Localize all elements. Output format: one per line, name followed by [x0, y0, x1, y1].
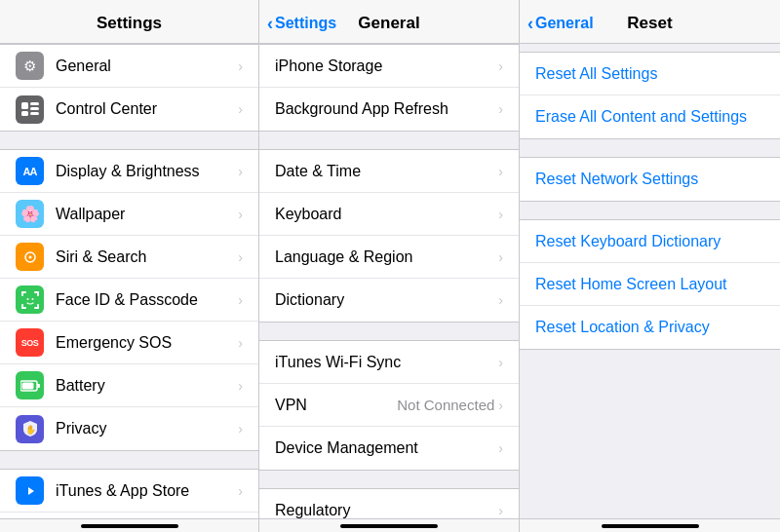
left-section-1: ⚙ General › Control Center ›	[0, 44, 258, 132]
svg-rect-3	[21, 111, 28, 116]
dictionary-chevron: ›	[498, 292, 503, 308]
reset-keyboard-item[interactable]: Reset Keyboard Dictionary	[520, 220, 780, 263]
bg-refresh-label: Background App Refresh	[275, 100, 498, 118]
svg-rect-2	[30, 107, 39, 110]
sidebar-item-wallet[interactable]: Wallet & Apple Pay ›	[0, 513, 258, 518]
left-footer	[0, 518, 258, 532]
control-center-icon	[16, 95, 44, 124]
reset-network-label: Reset Network Settings	[535, 171, 698, 188]
emergency-icon: SOS	[16, 328, 44, 357]
mid-section-2: Date & Time › Keyboard › Language & Regi…	[259, 149, 519, 323]
svg-rect-11	[37, 291, 39, 296]
general-icon: ⚙	[16, 52, 44, 80]
right-back-chevron: ‹	[527, 15, 533, 32]
language-label: Language & Region	[275, 248, 498, 266]
sidebar-item-privacy[interactable]: ✋ Privacy ›	[0, 407, 258, 450]
reset-location-item[interactable]: Reset Location & Privacy	[520, 306, 780, 349]
svg-rect-19	[37, 384, 40, 388]
erase-all-label: Erase All Content and Settings	[535, 108, 747, 126]
mid-footer	[259, 518, 519, 532]
mid-settings-list: iPhone Storage › Background App Refresh …	[259, 44, 519, 518]
mid-back-chevron: ‹	[267, 15, 273, 32]
mid-back-button[interactable]: ‹ Settings	[267, 15, 336, 32]
svg-rect-0	[21, 102, 28, 109]
date-time-label: Date & Time	[275, 163, 498, 180]
sidebar-item-emergency[interactable]: SOS Emergency SOS ›	[0, 322, 258, 364]
itunes-wifi-chevron: ›	[498, 355, 503, 370]
svg-rect-9	[21, 291, 23, 296]
right-section-1: Reset All Settings Erase All Content and…	[520, 52, 780, 139]
mid-column: ‹ Settings General iPhone Storage › Back…	[259, 0, 520, 532]
sidebar-item-control-center[interactable]: Control Center ›	[0, 88, 258, 131]
mid-section-4: Regulatory › Reset ›	[259, 488, 519, 518]
reset-home-item[interactable]: Reset Home Screen Layout	[520, 263, 780, 306]
language-item[interactable]: Language & Region ›	[259, 236, 519, 279]
erase-all-item[interactable]: Erase All Content and Settings	[520, 95, 780, 138]
right-section-2: Reset Network Settings	[520, 157, 780, 202]
display-icon: AA	[16, 157, 44, 185]
keyboard-chevron: ›	[498, 207, 503, 222]
itunes-label: iTunes & App Store	[56, 482, 238, 500]
device-mgmt-item[interactable]: Device Management ›	[259, 427, 519, 470]
general-label: General	[56, 57, 238, 75]
sidebar-item-faceid[interactable]: Face ID & Passcode ›	[0, 279, 258, 322]
reset-network-item[interactable]: Reset Network Settings	[520, 158, 780, 201]
battery-icon	[16, 371, 44, 399]
battery-label: Battery	[56, 377, 238, 395]
iphone-storage-item[interactable]: iPhone Storage ›	[259, 45, 519, 88]
left-title: Settings	[97, 14, 162, 33]
privacy-icon: ✋	[16, 415, 44, 443]
faceid-label: Face ID & Passcode	[56, 291, 238, 309]
bg-refresh-item[interactable]: Background App Refresh ›	[259, 88, 519, 131]
bg-refresh-chevron: ›	[498, 101, 503, 117]
reset-keyboard-label: Reset Keyboard Dictionary	[535, 233, 721, 250]
sidebar-item-wallpaper[interactable]: 🌸 Wallpaper ›	[0, 193, 258, 236]
right-section-3: Reset Keyboard Dictionary Reset Home Scr…	[520, 219, 780, 350]
dictionary-item[interactable]: Dictionary ›	[259, 279, 519, 322]
itunes-wifi-item[interactable]: iTunes Wi-Fi Sync ›	[259, 341, 519, 384]
mid-spacer-1	[259, 132, 519, 149]
right-home-indicator	[602, 524, 699, 528]
itunes-icon	[16, 476, 44, 505]
keyboard-label: Keyboard	[275, 206, 498, 223]
sidebar-item-display[interactable]: AA Display & Brightness ›	[0, 150, 258, 193]
regulatory-item[interactable]: Regulatory ›	[259, 489, 519, 518]
mid-title: General	[358, 14, 419, 33]
svg-point-17	[31, 298, 33, 300]
siri-icon	[16, 243, 44, 271]
mid-spacer-3	[259, 471, 519, 488]
keyboard-item[interactable]: Keyboard ›	[259, 193, 519, 236]
right-back-button[interactable]: ‹ General	[527, 15, 594, 32]
left-spacer-2	[0, 451, 258, 469]
mid-home-indicator	[340, 524, 438, 528]
wallpaper-icon: 🌸	[16, 200, 44, 228]
left-header: Settings	[0, 0, 258, 44]
svg-point-7	[28, 255, 31, 258]
wallpaper-label: Wallpaper	[56, 206, 238, 223]
right-header: ‹ General Reset	[520, 0, 780, 44]
left-column: Settings ⚙ General › Control Center ›	[0, 0, 259, 532]
reset-location-label: Reset Location & Privacy	[535, 319, 710, 336]
date-time-chevron: ›	[498, 164, 503, 179]
device-mgmt-label: Device Management	[275, 439, 498, 457]
vpn-item[interactable]: VPN Not Connected ›	[259, 384, 519, 427]
sidebar-item-siri[interactable]: Siri & Search ›	[0, 236, 258, 279]
date-time-item[interactable]: Date & Time ›	[259, 150, 519, 193]
svg-rect-1	[30, 102, 39, 105]
left-section-3: iTunes & App Store › Wallet & Apple Pay …	[0, 469, 258, 518]
device-mgmt-chevron: ›	[498, 440, 503, 456]
vpn-chevron: ›	[498, 398, 503, 413]
sidebar-item-general[interactable]: ⚙ General ›	[0, 45, 258, 88]
right-footer	[520, 518, 780, 532]
reset-all-item[interactable]: Reset All Settings	[520, 53, 780, 95]
sidebar-item-itunes[interactable]: iTunes & App Store ›	[0, 470, 258, 513]
display-label: Display & Brightness	[56, 163, 238, 180]
vpn-value: Not Connected	[397, 397, 494, 413]
sidebar-item-battery[interactable]: Battery ›	[0, 364, 258, 407]
privacy-chevron: ›	[238, 421, 243, 437]
mid-back-label: Settings	[275, 15, 336, 32]
svg-rect-4	[30, 112, 39, 115]
wallpaper-chevron: ›	[238, 207, 243, 222]
mid-spacer-2	[259, 323, 519, 340]
itunes-chevron: ›	[238, 483, 243, 499]
